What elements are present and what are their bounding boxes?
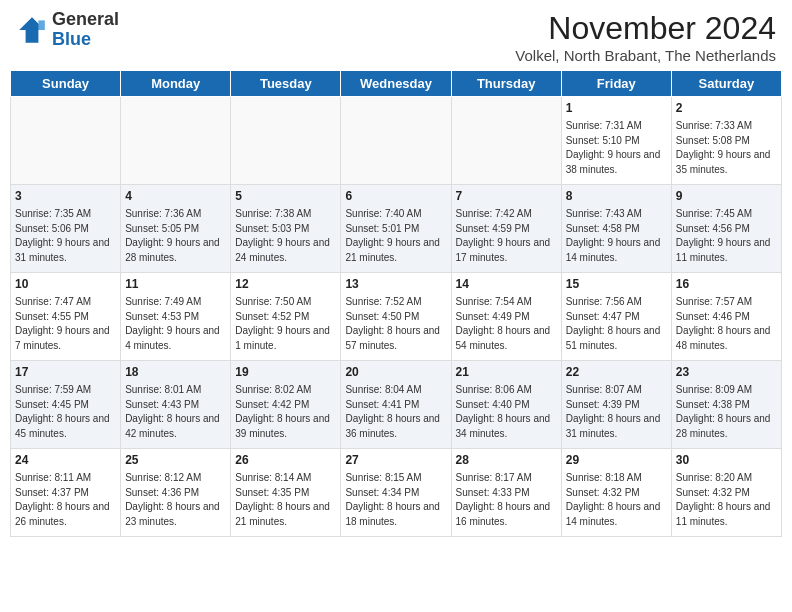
cell-info: Sunrise: 8:11 AM Sunset: 4:37 PM Dayligh…	[15, 472, 112, 527]
day-number: 4	[125, 188, 226, 204]
svg-marker-1	[38, 20, 44, 30]
header: General Blue November 2024 Volkel, North…	[0, 0, 792, 70]
day-number: 30	[676, 452, 777, 468]
logo-general-text: General	[52, 9, 119, 29]
cal-cell: 15Sunrise: 7:56 AM Sunset: 4:47 PM Dayli…	[561, 273, 671, 361]
day-number: 27	[345, 452, 446, 468]
day-number: 18	[125, 364, 226, 380]
cell-info: Sunrise: 8:20 AM Sunset: 4:32 PM Dayligh…	[676, 472, 773, 527]
day-number: 2	[676, 100, 777, 116]
week-row-1: 1Sunrise: 7:31 AM Sunset: 5:10 PM Daylig…	[11, 97, 782, 185]
cal-cell: 27Sunrise: 8:15 AM Sunset: 4:34 PM Dayli…	[341, 449, 451, 537]
cell-info: Sunrise: 8:14 AM Sunset: 4:35 PM Dayligh…	[235, 472, 332, 527]
cal-cell	[121, 97, 231, 185]
day-header-row: SundayMondayTuesdayWednesdayThursdayFrid…	[11, 71, 782, 97]
cell-info: Sunrise: 7:57 AM Sunset: 4:46 PM Dayligh…	[676, 296, 773, 351]
day-header-sunday: Sunday	[11, 71, 121, 97]
cal-cell: 9Sunrise: 7:45 AM Sunset: 4:56 PM Daylig…	[671, 185, 781, 273]
calendar: SundayMondayTuesdayWednesdayThursdayFrid…	[0, 70, 792, 543]
day-header-monday: Monday	[121, 71, 231, 97]
cell-info: Sunrise: 8:02 AM Sunset: 4:42 PM Dayligh…	[235, 384, 332, 439]
day-header-thursday: Thursday	[451, 71, 561, 97]
cal-cell: 25Sunrise: 8:12 AM Sunset: 4:36 PM Dayli…	[121, 449, 231, 537]
day-number: 22	[566, 364, 667, 380]
cell-info: Sunrise: 8:18 AM Sunset: 4:32 PM Dayligh…	[566, 472, 663, 527]
cell-info: Sunrise: 7:47 AM Sunset: 4:55 PM Dayligh…	[15, 296, 112, 351]
day-number: 9	[676, 188, 777, 204]
cell-info: Sunrise: 8:15 AM Sunset: 4:34 PM Dayligh…	[345, 472, 442, 527]
cal-cell: 30Sunrise: 8:20 AM Sunset: 4:32 PM Dayli…	[671, 449, 781, 537]
cal-cell	[231, 97, 341, 185]
day-number: 17	[15, 364, 116, 380]
cal-cell: 24Sunrise: 8:11 AM Sunset: 4:37 PM Dayli…	[11, 449, 121, 537]
cal-cell: 21Sunrise: 8:06 AM Sunset: 4:40 PM Dayli…	[451, 361, 561, 449]
day-number: 20	[345, 364, 446, 380]
cell-info: Sunrise: 7:36 AM Sunset: 5:05 PM Dayligh…	[125, 208, 222, 263]
cell-info: Sunrise: 8:12 AM Sunset: 4:36 PM Dayligh…	[125, 472, 222, 527]
cal-cell: 18Sunrise: 8:01 AM Sunset: 4:43 PM Dayli…	[121, 361, 231, 449]
cal-cell: 5Sunrise: 7:38 AM Sunset: 5:03 PM Daylig…	[231, 185, 341, 273]
cell-info: Sunrise: 8:04 AM Sunset: 4:41 PM Dayligh…	[345, 384, 442, 439]
cal-cell	[451, 97, 561, 185]
day-number: 1	[566, 100, 667, 116]
cal-cell: 12Sunrise: 7:50 AM Sunset: 4:52 PM Dayli…	[231, 273, 341, 361]
day-number: 5	[235, 188, 336, 204]
cell-info: Sunrise: 7:49 AM Sunset: 4:53 PM Dayligh…	[125, 296, 222, 351]
day-header-wednesday: Wednesday	[341, 71, 451, 97]
cal-cell: 19Sunrise: 8:02 AM Sunset: 4:42 PM Dayli…	[231, 361, 341, 449]
calendar-table: SundayMondayTuesdayWednesdayThursdayFrid…	[10, 70, 782, 537]
day-number: 23	[676, 364, 777, 380]
cell-info: Sunrise: 8:17 AM Sunset: 4:33 PM Dayligh…	[456, 472, 553, 527]
cell-info: Sunrise: 7:56 AM Sunset: 4:47 PM Dayligh…	[566, 296, 663, 351]
day-number: 10	[15, 276, 116, 292]
day-number: 26	[235, 452, 336, 468]
cell-info: Sunrise: 7:45 AM Sunset: 4:56 PM Dayligh…	[676, 208, 773, 263]
cal-cell: 28Sunrise: 8:17 AM Sunset: 4:33 PM Dayli…	[451, 449, 561, 537]
cell-info: Sunrise: 7:31 AM Sunset: 5:10 PM Dayligh…	[566, 120, 663, 175]
cal-cell: 6Sunrise: 7:40 AM Sunset: 5:01 PM Daylig…	[341, 185, 451, 273]
cell-info: Sunrise: 8:09 AM Sunset: 4:38 PM Dayligh…	[676, 384, 773, 439]
cal-cell: 14Sunrise: 7:54 AM Sunset: 4:49 PM Dayli…	[451, 273, 561, 361]
cell-info: Sunrise: 7:59 AM Sunset: 4:45 PM Dayligh…	[15, 384, 112, 439]
day-number: 14	[456, 276, 557, 292]
cal-cell: 3Sunrise: 7:35 AM Sunset: 5:06 PM Daylig…	[11, 185, 121, 273]
day-header-friday: Friday	[561, 71, 671, 97]
cal-cell: 23Sunrise: 8:09 AM Sunset: 4:38 PM Dayli…	[671, 361, 781, 449]
day-number: 28	[456, 452, 557, 468]
day-number: 12	[235, 276, 336, 292]
day-number: 3	[15, 188, 116, 204]
cal-cell: 7Sunrise: 7:42 AM Sunset: 4:59 PM Daylig…	[451, 185, 561, 273]
cal-cell: 4Sunrise: 7:36 AM Sunset: 5:05 PM Daylig…	[121, 185, 231, 273]
cell-info: Sunrise: 7:42 AM Sunset: 4:59 PM Dayligh…	[456, 208, 553, 263]
cal-cell: 8Sunrise: 7:43 AM Sunset: 4:58 PM Daylig…	[561, 185, 671, 273]
cal-cell	[11, 97, 121, 185]
cell-info: Sunrise: 8:07 AM Sunset: 4:39 PM Dayligh…	[566, 384, 663, 439]
day-number: 24	[15, 452, 116, 468]
cal-cell: 1Sunrise: 7:31 AM Sunset: 5:10 PM Daylig…	[561, 97, 671, 185]
cell-info: Sunrise: 7:54 AM Sunset: 4:49 PM Dayligh…	[456, 296, 553, 351]
day-number: 25	[125, 452, 226, 468]
day-number: 7	[456, 188, 557, 204]
day-number: 6	[345, 188, 446, 204]
day-number: 19	[235, 364, 336, 380]
cal-cell: 16Sunrise: 7:57 AM Sunset: 4:46 PM Dayli…	[671, 273, 781, 361]
cal-cell: 20Sunrise: 8:04 AM Sunset: 4:41 PM Dayli…	[341, 361, 451, 449]
cal-cell: 2Sunrise: 7:33 AM Sunset: 5:08 PM Daylig…	[671, 97, 781, 185]
day-number: 16	[676, 276, 777, 292]
day-number: 11	[125, 276, 226, 292]
cal-cell: 22Sunrise: 8:07 AM Sunset: 4:39 PM Dayli…	[561, 361, 671, 449]
day-header-tuesday: Tuesday	[231, 71, 341, 97]
cal-cell: 29Sunrise: 8:18 AM Sunset: 4:32 PM Dayli…	[561, 449, 671, 537]
cell-info: Sunrise: 8:01 AM Sunset: 4:43 PM Dayligh…	[125, 384, 222, 439]
location-title: Volkel, North Brabant, The Netherlands	[515, 47, 776, 64]
day-number: 21	[456, 364, 557, 380]
week-row-5: 24Sunrise: 8:11 AM Sunset: 4:37 PM Dayli…	[11, 449, 782, 537]
month-title: November 2024	[515, 10, 776, 47]
day-number: 29	[566, 452, 667, 468]
cal-cell: 26Sunrise: 8:14 AM Sunset: 4:35 PM Dayli…	[231, 449, 341, 537]
week-row-2: 3Sunrise: 7:35 AM Sunset: 5:06 PM Daylig…	[11, 185, 782, 273]
day-header-saturday: Saturday	[671, 71, 781, 97]
day-number: 15	[566, 276, 667, 292]
cell-info: Sunrise: 7:52 AM Sunset: 4:50 PM Dayligh…	[345, 296, 442, 351]
cell-info: Sunrise: 7:40 AM Sunset: 5:01 PM Dayligh…	[345, 208, 442, 263]
